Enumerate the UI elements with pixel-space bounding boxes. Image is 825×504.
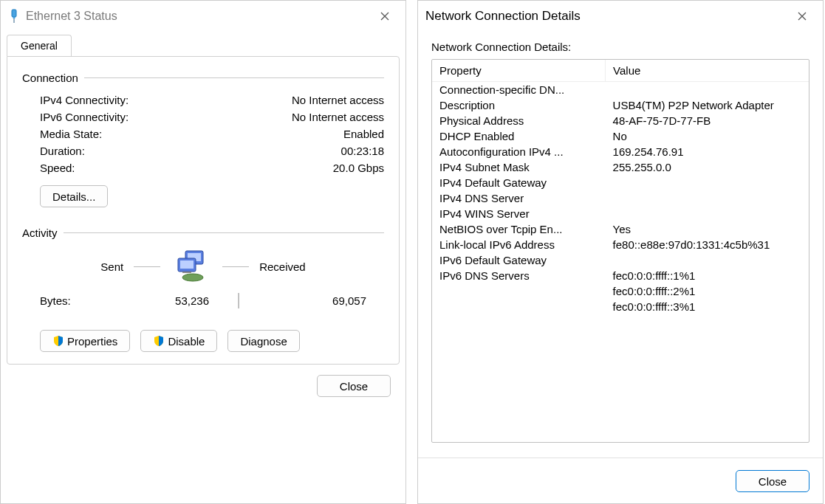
duration-value: 00:23:18 bbox=[341, 145, 384, 157]
details-button[interactable]: Details... bbox=[40, 185, 108, 207]
bytes-sent: 53,236 bbox=[111, 294, 209, 307]
divider: | bbox=[209, 290, 268, 309]
cell-property bbox=[432, 299, 606, 314]
table-row[interactable]: IPv4 Subnet Mask255.255.0.0 bbox=[432, 159, 809, 175]
bytes-row: Bytes: 53,236 | 69,057 bbox=[22, 290, 384, 309]
properties-label: Properties bbox=[67, 335, 117, 348]
table-row[interactable]: Connection-specific DN... bbox=[432, 82, 809, 98]
table-row[interactable]: IPv4 Default Gateway bbox=[432, 175, 809, 190]
row-duration: Duration: 00:23:18 bbox=[22, 142, 384, 159]
table-row[interactable]: Autoconfiguration IPv4 ...169.254.76.91 bbox=[432, 144, 809, 159]
cell-value: 169.254.76.91 bbox=[606, 144, 809, 159]
connection-legend: Connection bbox=[22, 72, 84, 84]
table-row[interactable]: NetBIOS over Tcpip En...Yes bbox=[432, 221, 809, 237]
divider bbox=[222, 266, 249, 267]
table-row[interactable]: fec0:0:0:ffff::2%1 bbox=[432, 283, 809, 299]
cell-value: USB4(TM) P2P Network Adapter bbox=[606, 97, 809, 113]
cell-value bbox=[606, 82, 809, 98]
diagnose-button[interactable]: Diagnose bbox=[227, 330, 299, 352]
cell-value: fec0:0:0:ffff::3%1 bbox=[606, 299, 809, 314]
tab-general[interactable]: General bbox=[7, 35, 72, 56]
speed-value: 20.0 Gbps bbox=[333, 162, 384, 174]
status-close-footer-button[interactable]: Close bbox=[317, 375, 391, 397]
status-tabs: General bbox=[7, 35, 400, 56]
divider bbox=[64, 232, 384, 233]
cell-property: IPv6 DNS Servers bbox=[432, 268, 606, 283]
network-icon bbox=[171, 249, 212, 284]
divider bbox=[84, 77, 384, 78]
shield-icon bbox=[52, 335, 64, 347]
sent-label: Sent bbox=[100, 260, 123, 273]
cell-property: IPv4 Default Gateway bbox=[432, 175, 606, 190]
cell-value: Yes bbox=[606, 221, 809, 237]
table-row[interactable]: DHCP EnabledNo bbox=[432, 128, 809, 144]
cell-property: DHCP Enabled bbox=[432, 128, 606, 144]
status-close-button[interactable] bbox=[369, 4, 401, 28]
status-title: Ethernet 3 Status bbox=[26, 10, 369, 23]
cell-value: fec0:0:0:ffff::1%1 bbox=[606, 268, 809, 283]
cell-property: Connection-specific DN... bbox=[432, 82, 606, 98]
cell-value: fec0:0:0:ffff::2%1 bbox=[606, 283, 809, 299]
cell-value: 48-AF-75-7D-77-FB bbox=[606, 113, 809, 128]
properties-button[interactable]: Properties bbox=[40, 330, 130, 352]
ipv4-value: No Internet access bbox=[292, 94, 384, 106]
shield-icon bbox=[153, 335, 165, 347]
row-media: Media State: Enabled bbox=[22, 125, 384, 142]
media-value: Enabled bbox=[343, 128, 384, 140]
details-close-footer-button[interactable]: Close bbox=[736, 470, 809, 492]
table-row[interactable]: DescriptionUSB4(TM) P2P Network Adapter bbox=[432, 97, 809, 113]
col-value[interactable]: Value bbox=[606, 60, 809, 82]
table-row[interactable]: fec0:0:0:ffff::3%1 bbox=[432, 299, 809, 314]
received-label: Received bbox=[259, 260, 306, 273]
svg-rect-0 bbox=[12, 10, 16, 17]
row-ipv6: IPv6 Connectivity: No Internet access bbox=[22, 108, 384, 125]
details-close-button[interactable] bbox=[786, 4, 818, 28]
table-row[interactable]: IPv6 Default Gateway bbox=[432, 252, 809, 268]
details-footer: Close bbox=[418, 458, 823, 492]
status-titlebar: Ethernet 3 Status bbox=[1, 1, 405, 32]
cell-value: 255.255.0.0 bbox=[606, 159, 809, 175]
table-row[interactable]: IPv4 WINS Server bbox=[432, 206, 809, 221]
table-row[interactable]: Physical Address48-AF-75-7D-77-FB bbox=[432, 113, 809, 128]
svg-rect-7 bbox=[182, 272, 191, 273]
status-panel: Connection IPv4 Connectivity: No Interne… bbox=[7, 56, 400, 365]
ethernet-icon bbox=[8, 9, 20, 24]
cell-property: NetBIOS over Tcpip En... bbox=[432, 221, 606, 237]
col-property[interactable]: Property bbox=[432, 60, 606, 82]
cell-property: Link-local IPv6 Address bbox=[432, 237, 606, 252]
svg-rect-1 bbox=[13, 17, 16, 18]
disable-label: Disable bbox=[168, 335, 205, 348]
ipv4-label: IPv4 Connectivity: bbox=[40, 94, 129, 106]
cell-property: IPv4 WINS Server bbox=[432, 206, 606, 221]
cell-property: Physical Address bbox=[432, 113, 606, 128]
bytes-received: 69,057 bbox=[268, 294, 384, 307]
cell-property: IPv4 Subnet Mask bbox=[432, 159, 606, 175]
svg-rect-6 bbox=[180, 260, 194, 269]
row-ipv4: IPv4 Connectivity: No Internet access bbox=[22, 92, 384, 108]
speed-label: Speed: bbox=[40, 162, 75, 174]
duration-label: Duration: bbox=[40, 145, 85, 157]
cell-value: No bbox=[606, 128, 809, 144]
ipv6-label: IPv6 Connectivity: bbox=[40, 111, 129, 123]
cell-value bbox=[606, 206, 809, 221]
table-row[interactable]: IPv4 DNS Server bbox=[432, 190, 809, 206]
status-footer: Close bbox=[1, 365, 405, 397]
activity-graphic: Sent Received bbox=[22, 249, 384, 284]
activity-legend: Activity bbox=[22, 227, 64, 239]
cell-property: IPv6 Default Gateway bbox=[432, 252, 606, 268]
details-title: Network Connection Details bbox=[425, 9, 786, 24]
cell-property: Autoconfiguration IPv4 ... bbox=[432, 144, 606, 159]
cell-value: fe80::e88e:97d0:1331:4c5b%31 bbox=[606, 237, 809, 252]
table-row[interactable]: IPv6 DNS Serversfec0:0:0:ffff::1%1 bbox=[432, 268, 809, 283]
details-table: Property Value Connection-specific DN...… bbox=[432, 60, 809, 314]
cell-property: IPv4 DNS Server bbox=[432, 190, 606, 206]
cell-value bbox=[606, 252, 809, 268]
divider bbox=[134, 266, 160, 267]
row-speed: Speed: 20.0 Gbps bbox=[22, 159, 384, 176]
connection-fieldset: Connection bbox=[22, 72, 384, 84]
connection-details-dialog: Network Connection Details Network Conne… bbox=[417, 0, 824, 504]
table-row[interactable]: Link-local IPv6 Addressfe80::e88e:97d0:1… bbox=[432, 237, 809, 252]
details-titlebar: Network Connection Details bbox=[418, 1, 823, 32]
disable-button[interactable]: Disable bbox=[140, 330, 217, 352]
cell-property: Description bbox=[432, 97, 606, 113]
